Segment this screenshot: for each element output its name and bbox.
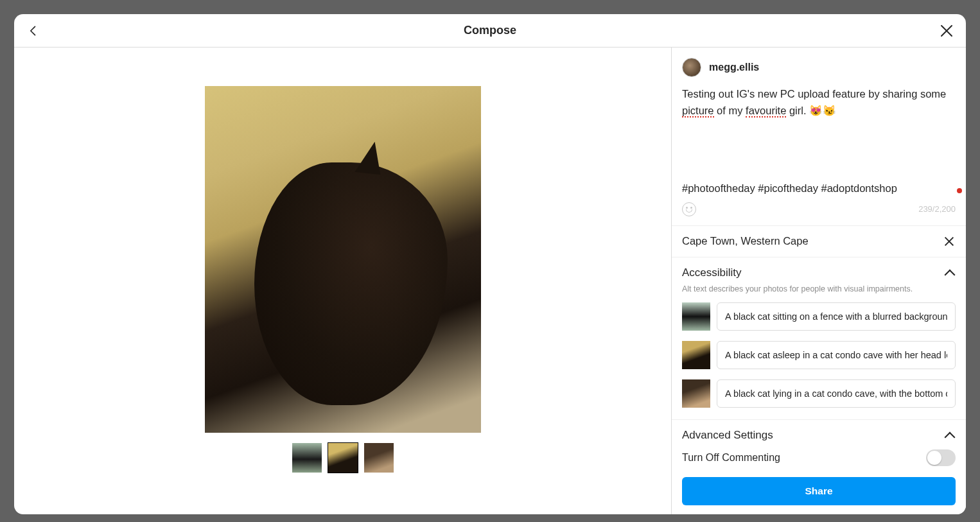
caption-textarea[interactable]: Testing out IG's new PC upload feature b… [672, 81, 966, 197]
spellcheck-word: favourite [746, 105, 786, 117]
back-button[interactable] [24, 22, 42, 40]
alt-text-input-2[interactable] [717, 341, 956, 369]
emoji-picker-icon[interactable] [682, 202, 696, 216]
caption-footer: 239/2,200 [672, 197, 966, 226]
chevron-left-icon [27, 24, 40, 37]
alt-row-2 [672, 338, 966, 377]
error-indicator-icon [957, 188, 962, 193]
modal-body: megg.ellis Testing out IG's new PC uploa… [14, 48, 966, 514]
side-panel: megg.ellis Testing out IG's new PC uploa… [672, 48, 966, 514]
commenting-toggle-row: Turn Off Commenting [672, 447, 966, 471]
modal-title: Compose [464, 24, 516, 37]
thumbnail-1[interactable] [292, 443, 322, 473]
close-button[interactable] [938, 22, 956, 40]
share-button[interactable]: Share [682, 477, 956, 505]
close-icon [939, 23, 954, 39]
username: megg.ellis [709, 62, 759, 73]
user-row: megg.ellis [672, 48, 966, 81]
side-scroll[interactable]: megg.ellis Testing out IG's new PC uploa… [672, 48, 966, 471]
alt-text-input-3[interactable] [717, 379, 956, 408]
accessibility-header[interactable]: Accessibility [672, 257, 966, 284]
preview-pane [14, 48, 672, 514]
thumbnail-2[interactable] [328, 443, 358, 473]
alt-thumb-2 [682, 341, 710, 369]
advanced-title: Advanced Settings [682, 429, 773, 442]
location-value: Cape Town, Western Cape [682, 235, 809, 247]
commenting-toggle[interactable] [926, 449, 956, 466]
modal-header: Compose [14, 14, 966, 48]
chevron-up-icon [944, 430, 956, 441]
alt-thumb-1 [682, 302, 710, 331]
accessibility-help: Alt text describes your photos for peopl… [672, 284, 966, 300]
compose-modal: Compose megg.ellis Te [14, 14, 966, 514]
caption-hashtags: #photooftheday #picoftheday #adoptdontsh… [682, 180, 956, 197]
alt-thumb-3 [682, 379, 710, 408]
main-preview-image [205, 86, 481, 433]
avatar [682, 58, 701, 77]
advanced-section: Advanced Settings Turn Off Commenting [672, 419, 966, 471]
commenting-label: Turn Off Commenting [682, 452, 780, 464]
alt-row-1 [672, 300, 966, 338]
alt-row-3 [672, 377, 966, 415]
spellcheck-word: picture [682, 105, 714, 117]
chevron-up-icon [944, 267, 956, 279]
thumbnail-strip [292, 443, 394, 473]
advanced-header[interactable]: Advanced Settings [672, 420, 966, 447]
clear-location-icon[interactable] [943, 235, 956, 248]
share-wrap: Share [672, 471, 966, 514]
char-counter: 239/2,200 [918, 204, 956, 214]
accessibility-title: Accessibility [682, 266, 742, 279]
location-row[interactable]: Cape Town, Western Cape [672, 226, 966, 257]
alt-text-input-1[interactable] [717, 302, 956, 331]
thumbnail-3[interactable] [364, 443, 394, 473]
